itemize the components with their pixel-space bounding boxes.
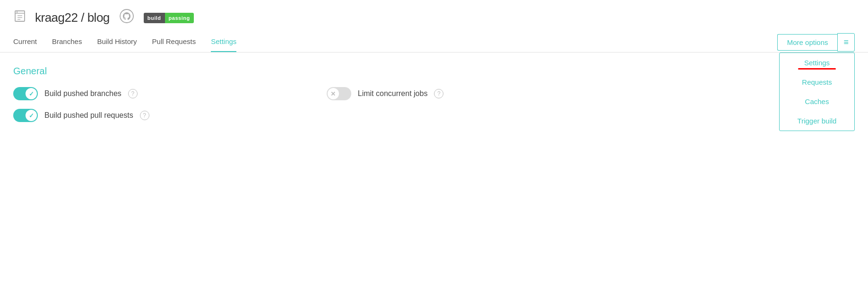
dropdown-item-caches[interactable]: Caches (780, 92, 854, 111)
svg-point-6 (120, 9, 133, 23)
help-icon-limit-concurrent-jobs[interactable]: ? (434, 89, 443, 98)
label-build-pushed-branches: Build pushed branches (44, 89, 122, 98)
help-icon-build-pushed-pull-requests[interactable]: ? (140, 111, 149, 120)
repo-icon (13, 9, 26, 26)
toggle-knob-1: ✓ (26, 88, 37, 99)
repo-name: blog (87, 10, 110, 25)
tab-build-history[interactable]: Build History (97, 33, 137, 52)
svg-rect-0 (15, 11, 25, 21)
label-limit-concurrent-jobs: Limit concurrent jobs (358, 89, 428, 98)
general-section-title: General (13, 66, 855, 77)
badge-build-label: build (144, 13, 165, 23)
tab-pull-requests[interactable]: Pull Requests (152, 33, 196, 52)
dropdown-item-settings[interactable]: Settings (780, 53, 854, 72)
toggle-knob-right-1: ✕ (328, 88, 339, 99)
badge-passing-label: passing (165, 13, 194, 23)
dropdown-item-requests[interactable]: Requests (780, 72, 854, 92)
nav-right: More options ≡ Settings Requests Caches … (777, 33, 855, 52)
dropdown-menu: Settings Requests Caches Trigger build (779, 53, 855, 131)
tab-current[interactable]: Current (13, 33, 37, 52)
toggle-build-pushed-pull-requests[interactable]: ✓ (13, 109, 38, 122)
help-icon-build-pushed-branches[interactable]: ? (128, 89, 138, 98)
hamburger-button[interactable]: ≡ (837, 33, 855, 52)
github-icon (119, 9, 134, 27)
hamburger-icon: ≡ (843, 37, 849, 47)
setting-row-1: ✓ Build pushed branches ? (13, 87, 138, 100)
setting-row-2: ✓ Build pushed pull requests ? (13, 109, 855, 122)
nav-tabs: Current Branches Build History Pull Requ… (13, 33, 236, 52)
nav-bar: Current Branches Build History Pull Requ… (0, 33, 868, 53)
label-build-pushed-pull-requests: Build pushed pull requests (44, 111, 133, 120)
page-header: kraag22 / blog build passing (0, 0, 868, 33)
repo-title: kraag22 / blog (35, 10, 110, 25)
repo-owner: kraag22 (35, 10, 78, 25)
build-badge: build passing (144, 13, 194, 23)
right-setting-row-1: ✕ Limit concurrent jobs ? (327, 87, 444, 100)
more-options-button[interactable]: More options (777, 34, 838, 51)
toggle-build-pushed-branches[interactable]: ✓ (13, 87, 38, 100)
toggle-knob-2: ✓ (26, 110, 37, 121)
toggle-limit-concurrent-jobs[interactable]: ✕ (327, 87, 351, 100)
main-content: General ✓ Build pushed branches ? ✕ Limi… (0, 53, 868, 140)
settings-underline (798, 68, 836, 70)
dropdown-item-trigger-build[interactable]: Trigger build (780, 111, 854, 131)
tab-settings[interactable]: Settings (211, 33, 236, 52)
tab-branches[interactable]: Branches (52, 33, 82, 52)
